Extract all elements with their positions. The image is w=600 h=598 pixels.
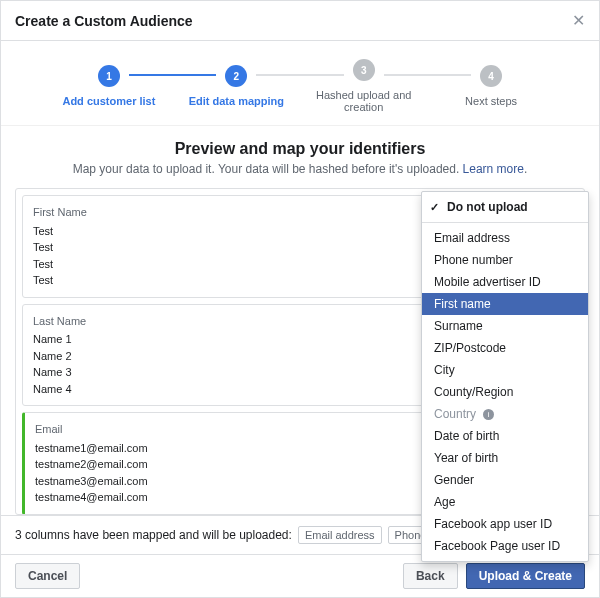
modal-create-custom-audience: Create a Custom Audience ✕ 1 Add custome…: [0, 0, 600, 598]
step-hashed-upload[interactable]: 3 Hashed upload and creation: [304, 59, 424, 113]
dropdown-item-do-not-upload[interactable]: Do not upload: [422, 196, 588, 218]
dropdown-item[interactable]: ZIP/Postcode: [422, 337, 588, 359]
mapped-chip: Email address: [298, 526, 382, 544]
mapped-summary-text: 3 columns have been mapped and will be u…: [15, 528, 292, 542]
dropdown-item[interactable]: Email address: [422, 227, 588, 249]
preview-row: Test: [33, 256, 431, 273]
step-circle: 4: [480, 65, 502, 87]
dropdown-item[interactable]: Surname: [422, 315, 588, 337]
modal-header: Create a Custom Audience ✕: [1, 1, 599, 41]
back-button[interactable]: Back: [403, 563, 458, 589]
cancel-button[interactable]: Cancel: [15, 563, 80, 589]
step-next-steps[interactable]: 4 Next steps: [431, 65, 551, 107]
close-icon[interactable]: ✕: [572, 11, 585, 30]
dropdown-item[interactable]: Age: [422, 491, 588, 513]
modal-title: Create a Custom Audience: [15, 13, 193, 29]
learn-more-link[interactable]: Learn more: [463, 162, 524, 176]
dropdown-item[interactable]: Facebook Page user ID: [422, 535, 588, 557]
step-circle: 2: [225, 65, 247, 87]
upload-create-button[interactable]: Upload & Create: [466, 563, 585, 589]
step-label: Next steps: [465, 95, 517, 107]
section-title: Preview and map your identifiers: [15, 140, 585, 158]
dropdown-item-first-name[interactable]: First name: [422, 293, 588, 315]
mapping-dropdown[interactable]: Do not upload Email address Phone number…: [421, 191, 589, 562]
step-circle: 3: [353, 59, 375, 81]
dropdown-item[interactable]: Phone number: [422, 249, 588, 271]
column-header: First Name: [33, 204, 431, 221]
info-icon: i: [483, 409, 494, 420]
step-circle: 1: [98, 65, 120, 87]
dropdown-item[interactable]: Date of birth: [422, 425, 588, 447]
dropdown-item-country: Country i: [422, 403, 588, 425]
dropdown-item[interactable]: Gender: [422, 469, 588, 491]
section-subtitle: Map your data to upload it. Your data wi…: [15, 162, 585, 176]
dropdown-item[interactable]: Mobile advertiser ID: [422, 271, 588, 293]
step-edit-data-mapping[interactable]: 2 Edit data mapping: [176, 65, 296, 107]
preview-row: Test: [33, 239, 431, 256]
section-sub-text: Map your data to upload it. Your data wi…: [73, 162, 460, 176]
stepper: 1 Add customer list 2 Edit data mapping …: [1, 41, 599, 126]
preview-row: Test: [33, 223, 431, 240]
step-label: Hashed upload and creation: [304, 89, 424, 113]
dropdown-item-label: Country: [434, 407, 476, 421]
dropdown-divider: [422, 222, 588, 223]
dropdown-item[interactable]: City: [422, 359, 588, 381]
dropdown-item[interactable]: Year of birth: [422, 447, 588, 469]
step-label: Add customer list: [62, 95, 155, 107]
dropdown-item[interactable]: County/Region: [422, 381, 588, 403]
preview-row: Test: [33, 272, 431, 289]
step-add-customer-list[interactable]: 1 Add customer list: [49, 65, 169, 107]
dropdown-item[interactable]: Facebook app user ID: [422, 513, 588, 535]
card-content: First Name Test Test Test Test: [33, 204, 431, 289]
step-label: Edit data mapping: [189, 95, 284, 107]
